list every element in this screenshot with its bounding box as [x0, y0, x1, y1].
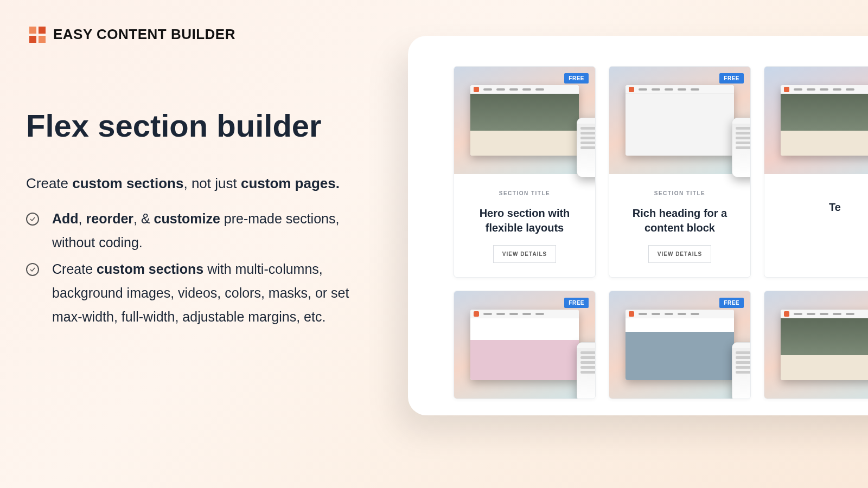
- mock-phone-icon: [577, 342, 596, 399]
- mock-phone-icon: [577, 118, 596, 177]
- template-card[interactable]: FREESECTION TITLERich heading for a cont…: [609, 66, 751, 278]
- card-overline: SECTION TITLE: [654, 190, 706, 196]
- template-card-body: SECTION TITLEHero section with flexible …: [454, 174, 595, 277]
- page-title: Flex section builder: [26, 108, 373, 143]
- mock-phone-icon: [732, 342, 751, 399]
- view-details-button[interactable]: VIEW DETAILS: [648, 245, 711, 263]
- template-card[interactable]: [764, 291, 868, 399]
- card-title: Rich heading for a content block: [621, 206, 738, 235]
- logo-mark-icon: [29, 27, 46, 43]
- mock-browser-icon: [781, 310, 868, 380]
- feature-bullets: Add, reorder, & customize pre-made secti…: [26, 207, 373, 329]
- template-card[interactable]: FREE: [609, 291, 751, 399]
- template-thumbnail: FREE: [454, 291, 595, 399]
- template-card-body: Te: [764, 174, 868, 229]
- hero-copy: Flex section builder Create custom secti…: [26, 108, 373, 332]
- mock-browser-icon: [626, 310, 734, 380]
- template-gallery-panel: FREESECTION TITLEHero section with flexi…: [408, 36, 868, 415]
- template-card-body: SECTION TITLERich heading for a content …: [609, 174, 750, 277]
- template-thumbnail: FREE: [609, 291, 750, 399]
- mock-phone-icon: [732, 118, 751, 177]
- template-thumbnail: FREE: [454, 67, 595, 174]
- check-icon: [26, 213, 39, 226]
- template-grid: FREESECTION TITLEHero section with flexi…: [454, 66, 868, 399]
- template-card[interactable]: FREESECTION TITLEHero section with flexi…: [454, 66, 596, 278]
- mock-browser-icon: [626, 85, 734, 156]
- lead-paragraph: Create custom sections, not just custom …: [26, 173, 373, 194]
- check-icon: [26, 263, 39, 276]
- free-badge: FREE: [719, 298, 744, 308]
- feature-bullet: Add, reorder, & customize pre-made secti…: [26, 207, 373, 255]
- card-overline: SECTION TITLE: [499, 190, 551, 196]
- template-thumbnail: FREE: [609, 67, 750, 174]
- feature-bullet-text: Create custom sections with multi-column…: [52, 258, 373, 329]
- template-card[interactable]: FREE: [454, 291, 596, 399]
- free-badge: FREE: [564, 73, 589, 84]
- free-badge: FREE: [564, 298, 589, 308]
- template-thumbnail: [764, 67, 868, 174]
- mock-browser-icon: [781, 85, 868, 156]
- template-thumbnail: [764, 291, 868, 399]
- mock-browser-icon: [470, 85, 579, 156]
- free-badge: FREE: [719, 73, 744, 84]
- brand-name: EASY CONTENT BUILDER: [53, 26, 235, 43]
- feature-bullet-text: Add, reorder, & customize pre-made secti…: [52, 207, 373, 255]
- card-title: Hero section with flexible layouts: [466, 206, 583, 235]
- brand-logo: EASY CONTENT BUILDER: [29, 26, 235, 43]
- feature-bullet: Create custom sections with multi-column…: [26, 258, 373, 329]
- card-title: Te: [829, 200, 841, 215]
- view-details-button[interactable]: VIEW DETAILS: [493, 245, 556, 263]
- template-card[interactable]: Te: [764, 66, 868, 278]
- mock-browser-icon: [470, 310, 579, 380]
